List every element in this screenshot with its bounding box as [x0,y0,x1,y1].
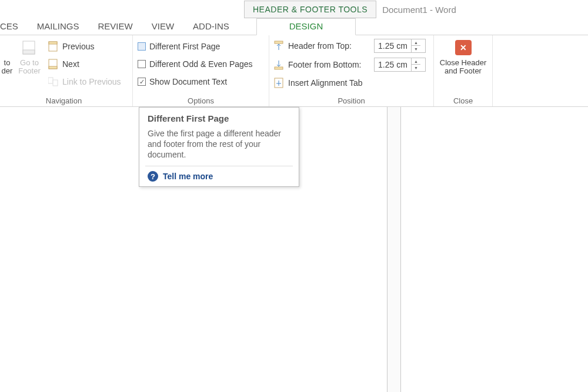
previous-button[interactable]: Previous [48,39,121,54]
previous-icon [48,41,59,52]
group-position-label: Position [274,95,429,105]
checkbox-icon [138,42,146,51]
separator [145,166,293,166]
tab-references-partial[interactable]: CES [0,19,28,35]
tab-addins[interactable]: ADD-INS [183,19,239,35]
tab-mailings[interactable]: MAILINGS [28,19,89,35]
goto-footer-label-1: Go to [20,58,39,67]
goto-header-label-1: to [4,58,11,67]
tooltip-title: Different First Page [148,113,290,123]
footer-bottom-icon [274,59,285,70]
goto-footer-button[interactable]: Go to Footer [14,38,45,75]
tell-me-more-label: Tell me more [163,172,213,181]
spinner-down-icon[interactable]: ▼ [412,46,420,52]
checkbox-icon [138,60,146,68]
alignment-tab-icon [274,78,285,88]
header-from-top-spinner[interactable]: ▲ ▼ [374,39,426,53]
insert-alignment-tab-label: Insert Alignment Tab [288,78,363,88]
tell-me-more-link[interactable]: ? Tell me more [148,171,290,182]
different-odd-even-label: Different Odd & Even Pages [149,59,253,69]
svg-rect-5 [49,66,57,69]
different-odd-even-checkbox[interactable]: Different Odd & Even Pages [138,56,253,72]
svg-rect-7 [53,80,58,86]
next-icon [48,59,59,69]
header-top-icon [274,41,285,51]
tab-review[interactable]: REVIEW [89,19,142,35]
group-navigation: to der Go to Footer [0,35,133,106]
show-document-text-checkbox[interactable]: ✓ Show Document Text [138,74,253,89]
close-label-2: and Footer [445,66,482,75]
svg-rect-6 [48,78,53,83]
footer-from-bottom-label: Footer from Bottom: [288,60,370,69]
super-tooltip: Different First Page Give the first page… [139,107,299,187]
next-button[interactable]: Next [48,56,121,72]
contextual-tool-tab: HEADER & FOOTER TOOLS [244,1,376,18]
document-title: Document1 - Word [382,5,456,15]
titlebar: HEADER & FOOTER TOOLS Document1 - Word [0,0,588,19]
checkbox-checked-icon: ✓ [138,78,146,86]
footer-icon [21,39,38,56]
spinner-down-icon[interactable]: ▼ [412,65,420,71]
ribbon: to der Go to Footer [0,35,588,107]
previous-label: Previous [62,42,94,51]
show-document-text-label: Show Document Text [149,77,227,86]
page-gap [387,107,401,392]
different-first-page-label: Different First Page [149,42,220,51]
svg-rect-9 [275,67,283,69]
tab-view[interactable]: VIEW [142,19,183,35]
spinner-up-icon[interactable]: ▲ [412,39,420,46]
different-first-page-checkbox[interactable]: Different First Page [138,39,253,54]
ribbon-tabstrip: CES MAILINGS REVIEW VIEW ADD-INS DESIGN [0,19,588,35]
group-navigation-label: Navigation [0,95,128,105]
close-icon: ✕ [455,39,472,56]
next-label: Next [62,59,79,69]
group-close: ✕ Close Header and Footer Close [434,35,493,106]
goto-header-label-2: der [2,66,13,75]
group-position: Header from Top: ▲ ▼ Footer from Bottom: [269,35,434,106]
tab-design[interactable]: DESIGN [256,18,356,35]
close-header-footer-button[interactable]: ✕ Close Header and Footer [439,38,487,75]
spinner-up-icon[interactable]: ▲ [412,58,420,65]
close-label-1: Close Header [440,58,487,67]
link-to-previous-label: Link to Previous [62,77,121,86]
link-icon [48,76,59,87]
header-from-top-label: Header from Top: [288,41,370,51]
group-options-label: Options [138,95,264,105]
document-area: Different First Page Give the first page… [0,107,588,392]
footer-from-bottom-spinner[interactable]: ▲ ▼ [374,58,426,72]
svg-rect-3 [49,42,57,44]
goto-header-button[interactable]: to der [0,38,14,75]
insert-alignment-tab-button[interactable]: Insert Alignment Tab [274,75,426,91]
svg-rect-8 [275,41,283,43]
group-options: Different First Page Different Odd & Eve… [133,35,269,106]
tooltip-body: Give the first page a different header a… [148,128,290,160]
link-to-previous-button[interactable]: Link to Previous [48,74,121,89]
header-from-top-input[interactable] [375,41,411,51]
svg-rect-1 [23,50,35,54]
group-close-label: Close [439,95,487,105]
goto-footer-label-2: Footer [18,66,41,75]
help-icon: ? [148,171,158,182]
footer-from-bottom-input[interactable] [375,60,411,69]
